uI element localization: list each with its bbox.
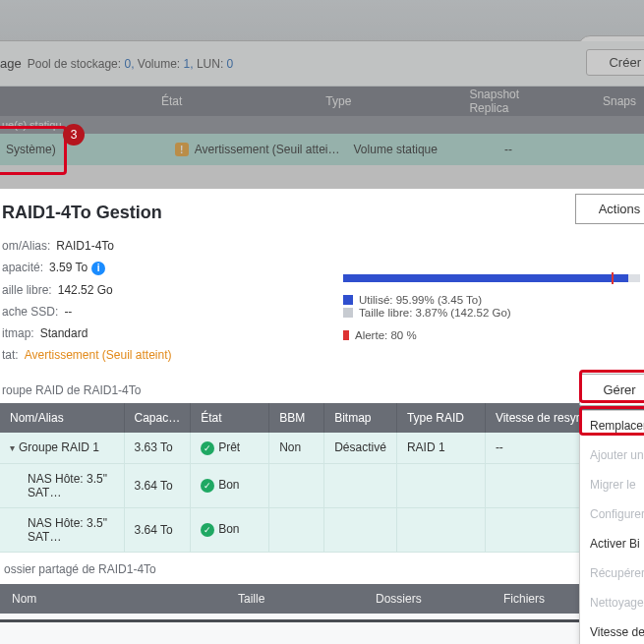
warning-icon: ! bbox=[175, 143, 189, 156]
highlight-system-item bbox=[0, 126, 67, 175]
col-bitmap: Bitmap bbox=[324, 403, 397, 433]
storage-summary: age Pool de stockage: 0, Volume: 1, LUN:… bbox=[0, 41, 644, 87]
col-etat: État bbox=[191, 403, 269, 433]
group-row: ue(s) statiqu bbox=[0, 116, 644, 134]
check-icon: ✓ bbox=[201, 441, 214, 455]
usage-widget: Utilisé: 95.99% (3.45 To) Taille libre: … bbox=[343, 274, 640, 342]
table-row[interactable]: ▾Groupe RAID 1 3.63 To ✓Prêt Non Désacti… bbox=[0, 433, 644, 464]
alert-marker bbox=[612, 272, 614, 284]
page-title: RAID1-4To Gestion bbox=[0, 189, 644, 235]
col-type: Type bbox=[318, 94, 359, 108]
manage-dropdown: Remplacer Ajouter un Migrer le Configure… bbox=[579, 410, 644, 644]
table-row[interactable]: NAS Hôte: 3.5" SAT… 3.64 To ✓Bon bbox=[0, 507, 644, 552]
chevron-down-icon[interactable]: ▾ bbox=[10, 442, 15, 453]
col-capacity: Capac… bbox=[124, 403, 191, 433]
dd-configure[interactable]: Configurer bbox=[580, 499, 644, 529]
shared-folder-header: Nom Taille Dossiers Fichiers bbox=[0, 584, 644, 614]
raid-group-label: roupe RAID de RAID1-4To bbox=[2, 383, 640, 403]
volume-type: Volume statique bbox=[354, 143, 438, 156]
actions-button[interactable]: Actions bbox=[575, 194, 644, 224]
pool-header-row: État Type Snapshot Replica Snaps bbox=[0, 87, 644, 116]
col-nom-alias: Nom/Alias bbox=[0, 403, 124, 433]
check-icon: ✓ bbox=[201, 479, 214, 493]
info-icon[interactable]: i bbox=[91, 262, 105, 275]
volume-snapr: -- bbox=[504, 143, 512, 156]
check-icon: ✓ bbox=[201, 523, 214, 537]
raid-table: Nom/Alias Capac… État BBM Bitmap Type RA… bbox=[0, 403, 644, 553]
shared-folder-label: ossier partagé de RAID1-4To bbox=[0, 553, 644, 584]
storage-label-suffix: age bbox=[0, 56, 22, 71]
highlight-replace-item bbox=[579, 406, 644, 436]
dd-resync-speed[interactable]: Vitesse de bbox=[580, 617, 644, 644]
dd-recover[interactable]: Récupérer bbox=[580, 558, 644, 588]
step-badge: 3 bbox=[63, 124, 85, 146]
highlight-gerer-button bbox=[579, 370, 644, 403]
col-snapshot-replica: Snapshot Replica bbox=[461, 88, 559, 115]
create-button[interactable]: Créer bbox=[586, 49, 644, 76]
usage-bar bbox=[343, 274, 640, 282]
col-snapshot: Snaps bbox=[595, 94, 644, 108]
volume-warning-text: Avertissement (Seuil attei… bbox=[195, 143, 340, 156]
bottom-divider bbox=[0, 619, 644, 622]
volume-row[interactable]: Système) ! Avertissement (Seuil attei… V… bbox=[0, 134, 644, 165]
dd-migrate[interactable]: Migrer le bbox=[580, 470, 644, 499]
shared-folder-body bbox=[0, 614, 644, 645]
col-bbm: BBM bbox=[269, 403, 324, 433]
col-type-raid: Type RAID bbox=[396, 403, 485, 433]
status-warning: Avertissement (Seuil atteint) bbox=[25, 348, 172, 362]
col-etat: État bbox=[153, 94, 190, 108]
dd-activate-bitmap[interactable]: Activer Bi bbox=[580, 529, 644, 558]
table-row[interactable]: NAS Hôte: 3.5" SAT… 3.64 To ✓Bon bbox=[0, 463, 644, 507]
dd-cleanup[interactable]: Nettoyage bbox=[580, 588, 644, 617]
dd-add[interactable]: Ajouter un bbox=[580, 440, 644, 470]
